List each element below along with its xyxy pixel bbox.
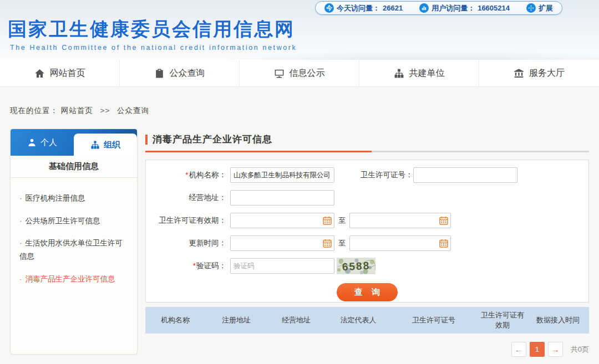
person-icon xyxy=(27,138,37,147)
calendar-icon[interactable] xyxy=(439,216,448,225)
sidebar-item-disinfection-products-license[interactable]: ·消毒产品生产企业许可信息 xyxy=(19,273,128,286)
main-panel: 消毒产品生产企业许可信息 *机构名称： 卫生许可证号： 经营地址： 卫生许可证有… xyxy=(145,133,589,357)
sidebar-item-medical-registration[interactable]: ·医疗机构注册信息 xyxy=(19,192,128,205)
site-title: 国家卫生健康委员会信用信息网 xyxy=(8,17,297,42)
validity-to-input[interactable] xyxy=(349,213,451,228)
breadcrumb-home-link[interactable]: 网站首页 xyxy=(61,106,93,115)
breadcrumb: 现在的位置： 网站首页 >> 公众查询 xyxy=(10,106,149,116)
breadcrumb-prefix: 现在的位置： xyxy=(10,106,58,115)
form-row-license-validity: 卫生许可证有效期： 至 xyxy=(146,213,588,228)
sidebar-item-label: 公共场所卫生许可信息 xyxy=(26,217,100,225)
bank-icon xyxy=(514,68,524,79)
nav-item-home[interactable]: 网站首页 xyxy=(0,60,120,86)
breadcrumb-current[interactable]: 公众查询 xyxy=(117,106,149,115)
calendar-icon[interactable] xyxy=(323,239,332,248)
validity-to-separator: 至 xyxy=(338,216,346,225)
address-input[interactable] xyxy=(230,190,334,206)
visit-stats-bar: 今 今天访问量： 26621 用户访问量： 16605214 扩展 xyxy=(315,1,562,15)
today-visits-value: 26621 xyxy=(383,4,403,12)
validity-from-input[interactable] xyxy=(230,213,334,228)
sitemap-icon xyxy=(394,68,404,79)
expand-control[interactable]: 扩展 xyxy=(526,3,553,13)
update-time-label: 更新时间： xyxy=(146,238,230,248)
today-icon: 今 xyxy=(324,3,334,13)
sidebar-menu: ·医疗机构注册信息 ·公共场所卫生许可信息 ·生活饮用水供水单位卫生许可信息 ·… xyxy=(11,178,137,299)
query-form: *机构名称： 卫生许可证号： 经营地址： 卫生许可证有效期： 至 xyxy=(145,160,589,303)
validity-from-wrap xyxy=(230,213,334,228)
col-license-validity: 卫生许可证有效期 xyxy=(476,310,529,330)
update-to-wrap xyxy=(349,235,451,251)
expand-icon xyxy=(526,3,536,13)
org-name-input[interactable] xyxy=(230,167,334,183)
query-button[interactable]: 查 询 xyxy=(337,283,398,301)
page: 今 今天访问量： 26621 用户访问量： 16605214 扩展 国家卫生健康… xyxy=(0,0,599,364)
user-visits-label: 用户访问量： xyxy=(432,3,475,13)
sidebar-tabs: 个人 组织 xyxy=(11,129,137,156)
col-org-name: 机构名称 xyxy=(145,315,205,325)
sidebar-item-public-places-license[interactable]: ·公共场所卫生许可信息 xyxy=(19,214,128,228)
tab-personal[interactable]: 个人 xyxy=(11,129,74,156)
total-pages-label: 共0页 xyxy=(571,345,589,355)
nav-item-label: 公众查询 xyxy=(170,68,205,79)
sidebar-section-title: 基础信用信息 xyxy=(11,156,137,178)
update-from-wrap xyxy=(230,235,334,251)
clipboard-icon xyxy=(154,68,165,79)
title-accent-bar xyxy=(145,135,148,145)
sidebar-item-label: 消毒产品生产企业许可信息 xyxy=(26,275,115,283)
col-business-address: 经营地址 xyxy=(267,315,325,325)
sitemap-icon xyxy=(90,140,100,150)
home-icon xyxy=(34,68,45,79)
nav-item-public-query[interactable]: 公众查询 xyxy=(120,60,240,86)
bar-chart-icon xyxy=(419,3,429,13)
user-visits: 用户访问量： 16605214 xyxy=(419,3,510,13)
address-label: 经营地址： xyxy=(146,193,230,203)
site-logo[interactable]: 国家卫生健康委员会信用信息网 The Health Committee of t… xyxy=(8,17,297,52)
form-row-org-name: *机构名称： 卫生许可证号： xyxy=(146,167,588,183)
breadcrumb-separator: >> xyxy=(100,106,110,115)
col-legal-representative: 法定代表人 xyxy=(325,315,392,325)
content-area: 现在的位置： 网站首页 >> 公众查询 个人 组织 基础信用信息 ·医疗机构注册… xyxy=(0,87,599,364)
license-no-input[interactable] xyxy=(413,167,517,183)
sidebar-item-drinking-water-license[interactable]: ·生活饮用水供水单位卫生许可信息 xyxy=(19,237,128,263)
today-visits-label: 今天访问量： xyxy=(337,3,380,13)
license-validity-label: 卫生许可证有效期： xyxy=(146,216,230,225)
tab-organization[interactable]: 组织 xyxy=(74,134,137,156)
update-to-separator: 至 xyxy=(338,238,346,248)
col-registered-address: 注册地址 xyxy=(205,315,267,325)
sidebar: 个人 组织 基础信用信息 ·医疗机构注册信息 ·公共场所卫生许可信息 ·生活饮用… xyxy=(10,129,138,355)
today-visits: 今 今天访问量： 26621 xyxy=(324,3,403,13)
calendar-icon[interactable] xyxy=(323,216,332,225)
license-no-label: 卫生许可证号： xyxy=(361,170,413,180)
tab-personal-label: 个人 xyxy=(40,137,57,148)
results-table-header: 机构名称 注册地址 经营地址 法定代表人 卫生许可证号 卫生许可证有效期 数据接… xyxy=(145,307,589,334)
captcha-input[interactable] xyxy=(230,258,334,274)
next-page-button[interactable]: → xyxy=(548,342,563,357)
prev-page-button[interactable]: ← xyxy=(511,342,526,357)
nav-item-info-disclosure[interactable]: 信息公示 xyxy=(240,60,359,86)
nav-item-partner-units[interactable]: 共建单位 xyxy=(359,60,479,86)
calendar-icon[interactable] xyxy=(439,239,448,248)
section-title-row: 消毒产品生产企业许可信息 xyxy=(145,133,589,146)
form-row-update-time: 更新时间： 至 xyxy=(146,235,588,251)
nav-item-service-hall[interactable]: 服务大厅 xyxy=(479,60,599,86)
captcha-image[interactable]: 6588 xyxy=(337,258,375,274)
expand-label: 扩展 xyxy=(539,3,553,13)
update-from-input[interactable] xyxy=(230,235,334,251)
validity-to-wrap xyxy=(349,213,451,228)
org-name-label: *机构名称： xyxy=(146,170,230,180)
tab-organization-label: 组织 xyxy=(104,140,120,150)
captcha-text: 6588 xyxy=(342,260,370,273)
pagination: ← 1 → 共0页 xyxy=(145,342,589,357)
current-page-button[interactable]: 1 xyxy=(530,342,545,357)
form-row-address: 经营地址： xyxy=(146,190,588,206)
page-title: 消毒产品生产企业许可信息 xyxy=(153,133,272,146)
submit-row: 查 询 xyxy=(146,283,588,301)
captcha-label: *验证码： xyxy=(146,261,230,271)
site-header: 今 今天访问量： 26621 用户访问量： 16605214 扩展 国家卫生健康… xyxy=(0,0,599,60)
next-arrow-icon: → xyxy=(551,345,560,354)
monitor-icon xyxy=(274,68,285,79)
sidebar-item-label: 生活饮用水供水单位卫生许可信息 xyxy=(19,239,123,260)
user-visits-value: 16605214 xyxy=(478,4,510,12)
col-license-no: 卫生许可证号 xyxy=(392,315,476,325)
update-to-input[interactable] xyxy=(349,235,451,251)
